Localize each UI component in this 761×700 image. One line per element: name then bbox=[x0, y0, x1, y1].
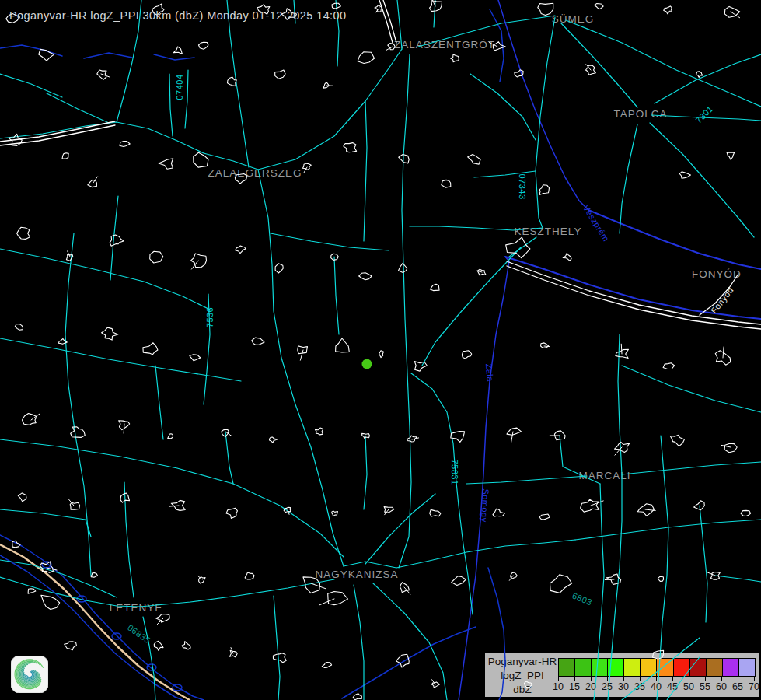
water-and-county-layer bbox=[0, 0, 761, 700]
radar-map-image bbox=[0, 0, 761, 700]
settlement-outline-layer bbox=[6, 0, 751, 700]
main-road-rail-layer bbox=[0, 0, 761, 329]
radar-screen: Poganyvar-HR logZ_PPI dbZ 10152025303540… bbox=[0, 0, 761, 700]
hungaromet-spiral-logo bbox=[11, 656, 48, 693]
radar-title-text: Poganyvar-HR logZ_PPI 30km (dbZ) Monday … bbox=[9, 9, 346, 22]
radar-echo-blob bbox=[362, 359, 372, 369]
road-network-layer bbox=[0, 0, 761, 700]
